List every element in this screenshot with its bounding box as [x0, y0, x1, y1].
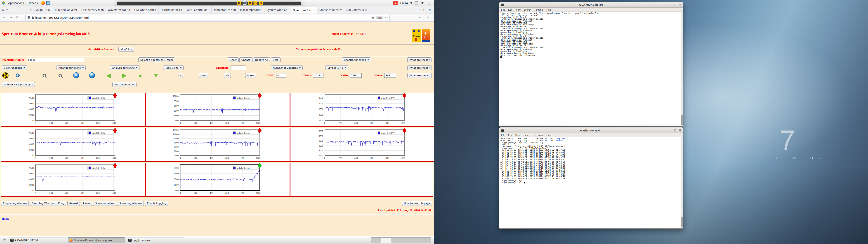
zoom-out-icon[interactable]: −	[57, 72, 63, 79]
workspace-1[interactable]	[371, 238, 381, 243]
xmax-input[interactable]	[313, 73, 323, 78]
tab-spectrum-bro[interactable]: Spectrum Bro×	[291, 7, 317, 13]
reader-mode-icon[interactable]: ▤	[371, 16, 374, 20]
close-button[interactable]: ✕	[679, 129, 681, 132]
menu-help[interactable]: Help	[547, 134, 552, 136]
close-gallery-button[interactable]: x	[179, 73, 183, 78]
tab-fadc-align-co[interactable]: FADC Align & Co	[26, 6, 53, 13]
tab-led-and-wavefor[interactable]: LED and Wavefor	[53, 6, 79, 13]
zoom-level-badge[interactable]: 80%	[376, 16, 383, 20]
terminal-output[interactable]: loading Spectrum.tcl > can not find chan…	[499, 12, 683, 126]
what-are-these-button[interactable]: What are these?	[407, 65, 432, 70]
tab-gsi-white-rabbit[interactable]: GSI White Rabbit	[132, 6, 159, 13]
expand-x-icon[interactable]: X	[73, 72, 79, 78]
tab-aida[interactable]: AIDA	[0, 6, 26, 13]
tab-plot-temperatur[interactable]: Plot Temperatur	[238, 6, 265, 13]
places-menu[interactable]: Places	[27, 1, 39, 5]
xmin-input[interactable]	[276, 73, 286, 78]
radiation-icon[interactable]	[2, 72, 8, 79]
multi-button[interactable]: multi	[164, 57, 175, 62]
forward-button[interactable]: →	[9, 16, 12, 19]
midas-app-icon[interactable]	[248, 1, 252, 5]
what-are-these-button[interactable]: What are these?	[407, 57, 432, 62]
maximize-button[interactable]: ▢	[422, 8, 424, 11]
update-button[interactable]: Update	[239, 57, 252, 62]
spectra-functions-dropdown[interactable]: Spectra functions	[342, 57, 371, 62]
show-button[interactable]: Show	[228, 57, 239, 62]
maximize-button[interactable]: ▢	[674, 129, 676, 132]
select-spectrum-dropdown[interactable]: Select a spectrum	[138, 57, 168, 62]
channel-input[interactable]	[230, 65, 246, 70]
workspace-5[interactable]	[411, 238, 421, 243]
reload-button[interactable]: Reload	[67, 201, 80, 206]
spectrum-plot-aida10[interactable]: aida10 1.8.W 750080008500900095001000002…	[290, 128, 434, 162]
back-button[interactable]: ←	[3, 16, 5, 19]
update-all-button[interactable]: Update All	[253, 57, 270, 62]
spectrum-plot-aida14[interactable]: aida14 1.8.W 750080008500900095000200400…	[145, 163, 290, 197]
show-variables-button[interactable]: Show Variables	[93, 201, 116, 206]
what-are-these-button[interactable]: What are these?	[407, 73, 432, 78]
tab-waveform-captur[interactable]: Waveform captur	[106, 6, 132, 13]
refresh-icon[interactable]: ⟳	[15, 72, 21, 79]
arrange-functions-dropdown[interactable]: Arrange functions	[57, 65, 86, 70]
spectrum-plot-aida07[interactable]: aida07 1.8.W 750080008500900095000200400…	[290, 93, 434, 127]
tab-lost-activity-mon[interactable]: Lost activity mon	[79, 6, 106, 13]
hamburger-menu-icon[interactable]: ≡	[426, 16, 429, 19]
input-method-icon[interactable]: ?	[414, 1, 418, 5]
spectrum-plot-aida08[interactable]: aida08 1.8.W 750080008500900095000200400…	[1, 128, 145, 162]
reload-button[interactable]: ⟳	[16, 16, 19, 19]
firefox-launcher-icon[interactable]	[41, 1, 45, 5]
overflow-chevron-icon[interactable]: »	[418, 16, 421, 19]
terminal-launcher-icon[interactable]	[117, 1, 301, 5]
menu-terminal[interactable]: Terminal	[534, 134, 544, 136]
menu-edit[interactable]: Edit	[508, 8, 512, 11]
close-button[interactable]: ✕	[429, 8, 431, 11]
all-button[interactable]: all	[224, 73, 231, 78]
tab-discriminator-co[interactable]: Discriminator co	[159, 6, 185, 13]
update-rate-dropdown[interactable]: Update Rate (4 secs)	[2, 82, 35, 87]
menu-search[interactable]: Search	[524, 8, 531, 11]
workspace-3[interactable]	[391, 238, 401, 243]
menu-view[interactable]: View	[515, 8, 521, 11]
new-tab-button[interactable]: +	[370, 6, 376, 13]
number-of-galleries-dropdown[interactable]: Number of Galleries	[271, 65, 303, 70]
acquisition-server-select[interactable]: aida09	[119, 47, 134, 52]
menu-view[interactable]: View	[515, 134, 521, 136]
scrollbar[interactable]	[681, 12, 683, 126]
url-bar[interactable]: localhost:8015/Spectrum/Spectrum.tml ▤ 8…	[25, 15, 390, 21]
menu-edit[interactable]: Edit	[508, 134, 512, 136]
minimize-button[interactable]: —	[414, 8, 417, 11]
show-log-window-button[interactable]: Show Log Window	[117, 201, 144, 206]
midas-app-icon[interactable]	[259, 1, 263, 5]
taskbar-item-spectrum-browser-carme-gs[interactable]: Spectrum Browser @ carme-gs — ...	[68, 237, 125, 243]
minimize-button[interactable]: —	[669, 4, 671, 6]
tab-system-wide-ch[interactable]: System wide Ch	[265, 6, 291, 13]
how-to-use-button[interactable]: How to use this page	[402, 201, 432, 206]
bookmark-star-icon[interactable]: ☆	[385, 16, 388, 20]
reset-button[interactable]: Reset	[81, 201, 92, 206]
spectrum-name-input[interactable]	[27, 58, 84, 62]
pan-left-icon[interactable]: ◀	[105, 72, 112, 79]
close-button[interactable]: ✕	[679, 3, 681, 6]
screenshot-app-icon[interactable]	[243, 1, 247, 5]
anydesk-icon[interactable]: »	[393, 1, 398, 5]
midas-app-icon[interactable]	[253, 1, 257, 5]
view-functions-dropdown[interactable]: View functions	[2, 65, 27, 70]
power-icon[interactable]	[427, 1, 431, 5]
menu-file[interactable]: File	[501, 8, 505, 11]
tab-statistics-carm[interactable]: Statistics @ carm	[317, 6, 344, 13]
menu-file[interactable]: File	[501, 134, 505, 136]
auto-update-button[interactable]: Auto Update ON	[112, 82, 136, 87]
spectrum-plot-aida09[interactable]: aida09 1.8.W 750080008500900095001000010…	[145, 128, 290, 162]
ymax-input[interactable]	[384, 73, 396, 78]
terminal-window-npg-carme-gsi[interactable]: npg@carme-gsi:~ — ▢ ✕ FileEditViewSearch…	[499, 127, 683, 228]
lock-icon[interactable]	[32, 16, 34, 20]
applications-menu[interactable]: Applications	[6, 1, 26, 5]
tab-run-control-c[interactable]: Run Control @ c	[344, 6, 370, 13]
pan-right-icon[interactable]: ▶	[121, 72, 127, 79]
terminal-window-aida-midas-httpd[interactable]: AIDA MIDAS HTTPd — ▢ ✕ FileEditViewSearc…	[499, 2, 683, 126]
send-log-window-to-elog-button[interactable]: Send Log Window to ELog	[30, 201, 66, 206]
layout-id-dropdown[interactable]: Layout ID=8	[326, 65, 348, 70]
file-manager-icon[interactable]	[46, 1, 51, 5]
home-link[interactable]: Home	[2, 217, 9, 220]
